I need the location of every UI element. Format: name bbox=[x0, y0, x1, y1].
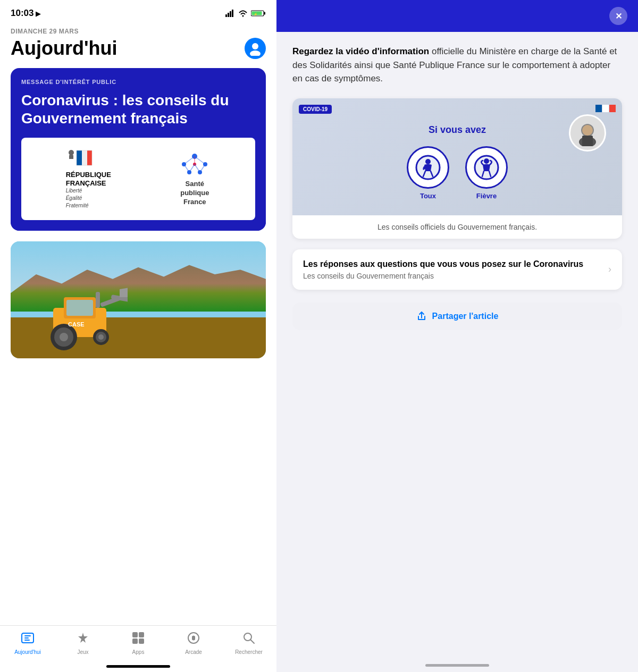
chevron-right-icon: › bbox=[608, 264, 611, 275]
faq-title: Les réponses aux questions que vous vous… bbox=[303, 259, 602, 270]
svg-rect-43 bbox=[24, 635, 31, 636]
nav-icon-games bbox=[76, 631, 90, 647]
nav-icon-search bbox=[242, 631, 256, 647]
svg-line-27 bbox=[195, 164, 200, 172]
french-flag bbox=[595, 105, 616, 112]
svg-line-24 bbox=[184, 164, 189, 172]
faq-subtitle: Les conseils du Gouvernement français bbox=[303, 272, 602, 280]
svg-point-34 bbox=[60, 333, 68, 341]
svg-rect-13 bbox=[87, 150, 92, 165]
symptom-toux: Toux bbox=[407, 146, 449, 200]
fievre-icon bbox=[465, 146, 508, 189]
covid-card-subtitle: MESSAGE D'INTÉRÊT PUBLIC bbox=[21, 79, 255, 85]
svg-point-60 bbox=[484, 158, 489, 164]
fievre-label: Fièvre bbox=[476, 192, 497, 200]
share-icon bbox=[416, 311, 427, 322]
nav-icon-arcade bbox=[187, 631, 200, 647]
video-caption: Les conseils officiels du Gouvernement f… bbox=[292, 215, 622, 239]
status-icons: ⚡ bbox=[225, 10, 266, 17]
presenter-avatar bbox=[569, 114, 606, 152]
symptom-fievre: Fièvre bbox=[465, 146, 508, 200]
svg-rect-46 bbox=[132, 632, 138, 637]
nav-label-today: Aujourd'hui bbox=[14, 649, 41, 655]
video-card[interactable]: COVID-19 Si vous avez bbox=[292, 98, 622, 239]
today-title: Aujourd'hui bbox=[11, 37, 117, 60]
svg-rect-30 bbox=[66, 300, 93, 316]
home-indicator-right bbox=[425, 664, 489, 667]
battery-icon: ⚡ bbox=[251, 10, 266, 17]
republic-motto: LibertéÉgalitéFraternité bbox=[66, 187, 89, 209]
republic-flag bbox=[66, 148, 93, 167]
close-button[interactable]: ✕ bbox=[609, 7, 627, 25]
article-intro: Regardez la vidéo d'information officiel… bbox=[292, 45, 622, 86]
right-content: Regardez la vidéo d'information officiel… bbox=[276, 32, 638, 672]
nav-item-search[interactable]: Rechercher bbox=[221, 631, 276, 655]
republic-logo: RÉPUBLIQUEFRANÇAISE LibertéÉgalitéFrater… bbox=[66, 148, 111, 209]
nav-item-arcade[interactable]: Arcade bbox=[166, 631, 221, 655]
svg-rect-5 bbox=[264, 12, 266, 15]
svg-rect-47 bbox=[139, 632, 144, 637]
nav-label-games: Jeux bbox=[77, 649, 88, 655]
svg-point-58 bbox=[425, 159, 431, 164]
nav-label-apps: Apps bbox=[132, 649, 145, 655]
wifi-icon bbox=[238, 10, 248, 17]
svg-text:CASE: CASE bbox=[68, 321, 85, 327]
svg-line-21 bbox=[184, 156, 195, 164]
svg-rect-2 bbox=[230, 11, 231, 17]
tractor-image[interactable]: CASE bbox=[11, 241, 266, 358]
symptoms-row: Toux bbox=[407, 146, 508, 200]
svg-line-22 bbox=[195, 156, 205, 164]
svg-text:⚡: ⚡ bbox=[254, 12, 258, 16]
nav-item-games[interactable]: Jeux bbox=[55, 631, 111, 655]
right-panel-header: ✕ bbox=[276, 0, 638, 32]
covid-card-logos: RÉPUBLIQUEFRANÇAISE LibertéÉgalitéFrater… bbox=[21, 138, 255, 220]
nav-icon-today bbox=[21, 631, 35, 647]
time-display: 10:03 bbox=[11, 8, 33, 19]
bottom-nav: Aujourd'hui Jeux Apps bbox=[0, 625, 276, 672]
faq-card[interactable]: Les réponses aux questions que vous vous… bbox=[292, 249, 622, 290]
republic-text: RÉPUBLIQUEFRANÇAISE bbox=[66, 171, 111, 187]
svg-rect-11 bbox=[77, 150, 82, 165]
svg-marker-40 bbox=[120, 287, 128, 297]
today-header: Aujourd'hui bbox=[11, 37, 266, 60]
signal-icon bbox=[225, 10, 235, 17]
status-bar: 10:03 ▶ ⚡ bbox=[0, 0, 276, 23]
nav-item-apps[interactable]: Apps bbox=[111, 631, 166, 655]
home-indicator bbox=[106, 665, 170, 668]
nav-label-search: Rechercher bbox=[235, 649, 263, 655]
article-intro-bold: Regardez la vidéo d'information bbox=[292, 46, 429, 56]
svg-rect-31 bbox=[96, 292, 100, 308]
svg-rect-0 bbox=[225, 14, 227, 17]
sante-publique-logo: SantépubliqueFrance bbox=[179, 151, 211, 207]
si-vous-avez-label: Si vous avez bbox=[429, 124, 486, 136]
nav-label-arcade: Arcade bbox=[185, 649, 202, 655]
faq-text: Les réponses aux questions que vous vous… bbox=[303, 259, 602, 281]
svg-rect-56 bbox=[582, 136, 593, 146]
svg-rect-45 bbox=[24, 640, 30, 641]
svg-rect-3 bbox=[232, 10, 233, 17]
share-button[interactable]: Partager l'article bbox=[292, 303, 622, 330]
svg-line-25 bbox=[200, 164, 205, 172]
covid-card-title: Coronavirus : les conseils du Gouverneme… bbox=[21, 91, 255, 127]
covid-card[interactable]: MESSAGE D'INTÉRÊT PUBLIC Coronavirus : l… bbox=[11, 68, 266, 231]
svg-rect-49 bbox=[139, 639, 144, 644]
sante-text: SantépubliqueFrance bbox=[180, 180, 209, 207]
video-thumbnail: COVID-19 Si vous avez bbox=[292, 98, 622, 215]
svg-point-37 bbox=[98, 334, 104, 340]
avatar[interactable] bbox=[245, 38, 266, 59]
svg-point-9 bbox=[250, 51, 261, 56]
nav-item-today[interactable]: Aujourd'hui bbox=[0, 631, 55, 655]
svg-line-26 bbox=[189, 164, 195, 172]
nav-icon-apps bbox=[131, 631, 145, 647]
toux-label: Toux bbox=[420, 192, 436, 200]
share-label: Partager l'article bbox=[432, 312, 499, 321]
svg-point-55 bbox=[582, 125, 593, 136]
svg-rect-12 bbox=[82, 150, 87, 165]
svg-rect-48 bbox=[132, 639, 138, 644]
status-time: 10:03 ▶ bbox=[11, 8, 41, 19]
svg-rect-1 bbox=[228, 13, 229, 17]
toux-icon bbox=[407, 146, 449, 189]
svg-line-52 bbox=[251, 640, 255, 644]
left-content: DIMANCHE 29 MARS Aujourd'hui MESSAGE D'I… bbox=[0, 23, 276, 625]
left-panel: 10:03 ▶ ⚡ bbox=[0, 0, 276, 672]
